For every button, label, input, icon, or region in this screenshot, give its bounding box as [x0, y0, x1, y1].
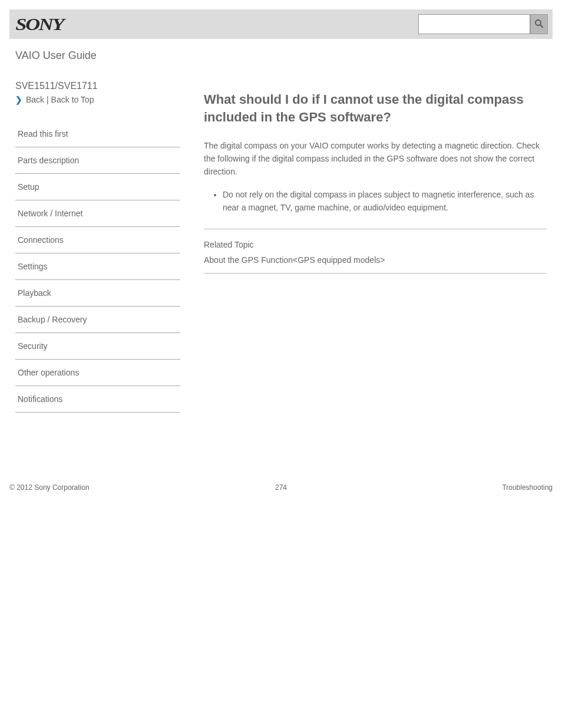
copyright: © 2012 Sony Corporation	[9, 483, 90, 492]
search-form	[418, 14, 548, 34]
search-icon	[534, 18, 544, 31]
sidebar-item-network[interactable]: Network / Internet	[15, 200, 180, 227]
main-content: What should I do if I cannot use the dig…	[204, 50, 547, 413]
search-input[interactable]	[418, 14, 530, 34]
breadcrumb-text: Back | Back to Top	[26, 95, 94, 104]
footer: © 2012 Sony Corporation 274 Troubleshoot…	[9, 483, 553, 495]
article-title: What should I do if I cannot use the dig…	[204, 91, 547, 126]
product-name: SVE1511/SVE1711	[15, 81, 180, 91]
guide-title: VAIO User Guide	[15, 50, 180, 62]
sidebar-item-playback[interactable]: Playback	[15, 280, 180, 307]
breadcrumb[interactable]: ❯ Back | Back to Top	[15, 95, 180, 104]
sidebar: VAIO User Guide SVE1511/SVE1711 ❯ Back |…	[15, 50, 180, 413]
divider	[204, 229, 547, 229]
sidebar-nav: Read this first Parts description Setup …	[15, 121, 180, 413]
search-button[interactable]	[530, 14, 548, 34]
sidebar-item-backup[interactable]: Backup / Recovery	[15, 307, 180, 333]
divider	[204, 273, 547, 274]
sidebar-item-settings[interactable]: Settings	[15, 253, 180, 280]
related-heading: Related Topic	[204, 240, 547, 249]
sidebar-item-other[interactable]: Other operations	[15, 360, 180, 386]
article-bullets: Do not rely on the digital compass in pl…	[204, 189, 547, 214]
svg-line-1	[540, 25, 543, 28]
sidebar-item-connections[interactable]: Connections	[15, 227, 180, 253]
header-bar: SONY	[9, 9, 553, 39]
page-number: 274	[9, 483, 553, 492]
logo: SONY	[14, 14, 63, 34]
sidebar-item-read-first[interactable]: Read this first	[15, 121, 180, 147]
sidebar-item-security[interactable]: Security	[15, 333, 180, 360]
sidebar-item-notifications[interactable]: Notifications	[15, 386, 180, 413]
bullet-item: Do not rely on the digital compass in pl…	[223, 189, 547, 214]
related-link-gps[interactable]: About the GPS Function<GPS equipped mode…	[204, 255, 547, 265]
article-lead: The digital compass on your VAIO compute…	[204, 140, 547, 178]
sidebar-item-parts[interactable]: Parts description	[15, 147, 180, 174]
sidebar-item-setup[interactable]: Setup	[15, 174, 180, 200]
footer-note: Troubleshooting	[502, 483, 553, 492]
svg-point-0	[535, 20, 541, 25]
chevron-right-icon: ❯	[15, 95, 22, 104]
